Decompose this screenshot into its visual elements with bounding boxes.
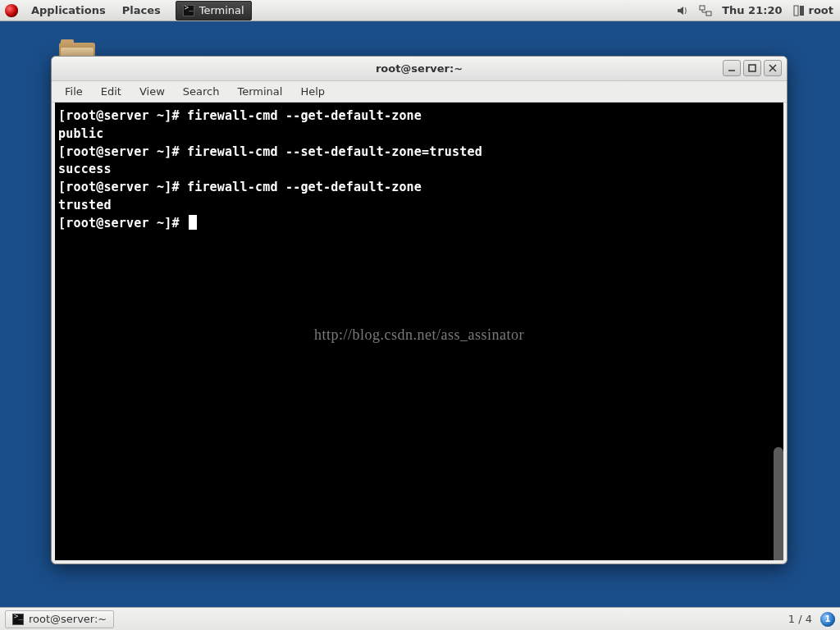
taskbar-label: root@server:~ — [29, 613, 107, 625]
scrollbar-thumb[interactable] — [774, 447, 783, 560]
panel-task-label: Terminal — [199, 4, 244, 16]
svg-rect-4 — [749, 65, 756, 71]
user-switch-icon — [792, 4, 806, 17]
applications-menu[interactable]: Applications — [23, 0, 114, 21]
system-tray: Thu 21:20 root — [676, 4, 835, 17]
terminal-line: success — [58, 161, 780, 179]
network-icon[interactable] — [699, 4, 712, 17]
taskbar-terminal-button[interactable]: root@server:~ — [5, 610, 114, 628]
svg-rect-0 — [700, 6, 705, 10]
svg-rect-1 — [706, 11, 711, 16]
volume-icon[interactable] — [676, 4, 689, 17]
terminal-line: public — [58, 126, 780, 144]
menu-search[interactable]: Search — [175, 84, 228, 99]
terminal-line: [root@server ~]# — [58, 215, 780, 233]
top-panel: Applications Places Terminal Thu 21:20 r… — [0, 0, 840, 21]
bottom-panel: root@server:~ 1 / 4 1 — [0, 607, 840, 630]
watermark-text: http://blog.csdn.net/ass_assinator — [314, 324, 524, 345]
distro-logo-icon — [5, 4, 18, 17]
terminal-content[interactable]: [root@server ~]# firewall-cmd --get-defa… — [55, 103, 783, 560]
workspace-indicator[interactable]: 1 / 4 — [788, 613, 812, 625]
user-menu[interactable]: root — [792, 4, 834, 17]
menubar: File Edit View Search Terminal Help — [52, 81, 787, 103]
user-label: root — [809, 4, 834, 16]
window-title: root@server:~ — [376, 62, 463, 75]
titlebar[interactable]: root@server:~ — [52, 57, 787, 81]
terminal-icon — [12, 614, 24, 625]
terminal-line: [root@server ~]# firewall-cmd --set-defa… — [58, 144, 780, 162]
terminal-icon — [183, 5, 194, 16]
terminal-line: [root@server ~]# firewall-cmd --get-defa… — [58, 107, 780, 126]
menu-terminal[interactable]: Terminal — [229, 84, 290, 99]
menu-view[interactable]: View — [131, 84, 173, 99]
menu-file[interactable]: File — [57, 84, 91, 99]
maximize-button[interactable] — [743, 60, 761, 76]
workspace-badge[interactable]: 1 — [820, 612, 835, 627]
menu-edit[interactable]: Edit — [93, 84, 130, 99]
panel-task-terminal[interactable]: Terminal — [176, 1, 252, 21]
minimize-button[interactable] — [723, 60, 741, 76]
terminal-line: [root@server ~]# firewall-cmd --get-defa… — [58, 179, 780, 197]
close-button[interactable] — [764, 60, 782, 76]
menu-help[interactable]: Help — [292, 84, 333, 99]
places-menu[interactable]: Places — [114, 0, 169, 21]
svg-rect-2 — [794, 6, 798, 16]
window-controls — [723, 60, 782, 76]
clock[interactable]: Thu 21:20 — [722, 4, 782, 16]
terminal-window: root@server:~ File Edit View Search Term… — [51, 56, 788, 564]
svg-rect-3 — [800, 6, 804, 16]
terminal-line: trusted — [58, 197, 780, 215]
cursor-icon — [189, 215, 197, 230]
